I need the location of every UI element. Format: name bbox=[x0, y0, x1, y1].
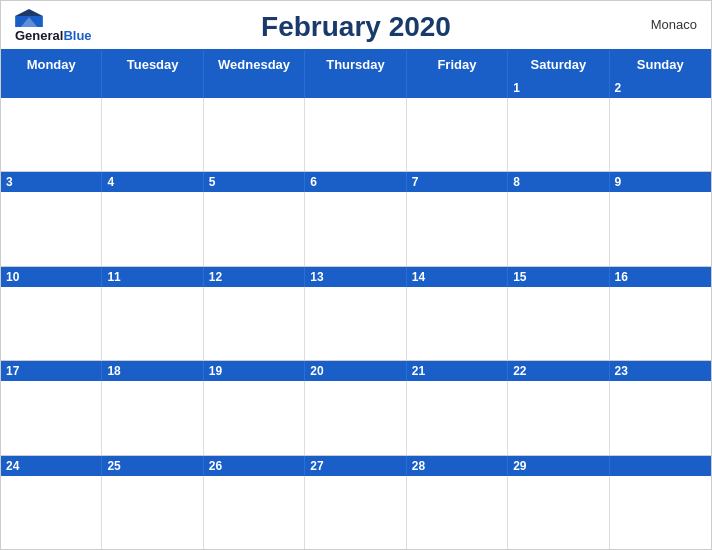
week-3-body bbox=[1, 287, 711, 360]
calendar-header: General Blue February 2020 Monaco bbox=[1, 1, 711, 49]
w3d1-body bbox=[1, 287, 102, 360]
w2d7-body bbox=[610, 192, 711, 265]
w4d3-num: 19 bbox=[204, 361, 305, 381]
header-wednesday: Wednesday bbox=[204, 51, 305, 78]
header-saturday: Saturday bbox=[508, 51, 609, 78]
header-sunday: Sunday bbox=[610, 51, 711, 78]
week-row-2: 3 4 5 6 7 8 9 bbox=[1, 172, 711, 266]
w1d7-num: 2 bbox=[610, 78, 711, 98]
w2d2-num: 4 bbox=[102, 172, 203, 192]
week-5-body bbox=[1, 476, 711, 549]
w1d3-body bbox=[204, 98, 305, 171]
w3d1-num: 10 bbox=[1, 267, 102, 287]
w4d4-num: 20 bbox=[305, 361, 406, 381]
w3d2-body bbox=[102, 287, 203, 360]
w2d7-num: 9 bbox=[610, 172, 711, 192]
week-4-nums: 17 18 19 20 21 22 23 bbox=[1, 361, 711, 381]
week-row-1: 1 2 bbox=[1, 78, 711, 172]
week-row-3: 10 11 12 13 14 15 16 bbox=[1, 267, 711, 361]
w4d2-body bbox=[102, 381, 203, 454]
w4d1-num: 17 bbox=[1, 361, 102, 381]
country-label: Monaco bbox=[651, 17, 697, 32]
w3d6-num: 15 bbox=[508, 267, 609, 287]
w5d6-num: 29 bbox=[508, 456, 609, 476]
w1d7-body bbox=[610, 98, 711, 171]
week-3-nums: 10 11 12 13 14 15 16 bbox=[1, 267, 711, 287]
header-monday: Monday bbox=[1, 51, 102, 78]
w5d7-num bbox=[610, 456, 711, 476]
svg-marker-1 bbox=[15, 9, 43, 16]
calendar-title: February 2020 bbox=[261, 11, 451, 43]
w4d7-body bbox=[610, 381, 711, 454]
w3d4-body bbox=[305, 287, 406, 360]
w2d3-num: 5 bbox=[204, 172, 305, 192]
header-friday: Friday bbox=[407, 51, 508, 78]
w2d2-body bbox=[102, 192, 203, 265]
w5d1-body bbox=[1, 476, 102, 549]
w5d2-body bbox=[102, 476, 203, 549]
calendar-wrapper: General Blue February 2020 Monaco Monday… bbox=[0, 0, 712, 550]
week-5-nums: 24 25 26 27 28 29 bbox=[1, 456, 711, 476]
w2d1-body bbox=[1, 192, 102, 265]
weeks-container: 1 2 3 4 5 6 bbox=[1, 78, 711, 549]
week-4-body bbox=[1, 381, 711, 454]
w4d4-body bbox=[305, 381, 406, 454]
w3d5-num: 14 bbox=[407, 267, 508, 287]
header-thursday: Thursday bbox=[305, 51, 406, 78]
logo-general-text: General bbox=[15, 29, 63, 42]
logo-area: General Blue bbox=[15, 9, 92, 42]
w1d6-body bbox=[508, 98, 609, 171]
w2d6-body bbox=[508, 192, 609, 265]
w3d4-num: 13 bbox=[305, 267, 406, 287]
w5d5-num: 28 bbox=[407, 456, 508, 476]
w2d5-body bbox=[407, 192, 508, 265]
w1d1-num bbox=[1, 78, 102, 98]
w1d4-num bbox=[305, 78, 406, 98]
week-1-body bbox=[1, 98, 711, 171]
w3d7-body bbox=[610, 287, 711, 360]
w3d3-num: 12 bbox=[204, 267, 305, 287]
week-2-nums: 3 4 5 6 7 8 9 bbox=[1, 172, 711, 192]
w2d5-num: 7 bbox=[407, 172, 508, 192]
w3d3-body bbox=[204, 287, 305, 360]
w4d6-num: 22 bbox=[508, 361, 609, 381]
w4d5-body bbox=[407, 381, 508, 454]
w3d2-num: 11 bbox=[102, 267, 203, 287]
w1d5-num bbox=[407, 78, 508, 98]
w5d2-num: 25 bbox=[102, 456, 203, 476]
w5d5-body bbox=[407, 476, 508, 549]
w3d5-body bbox=[407, 287, 508, 360]
w2d3-body bbox=[204, 192, 305, 265]
w5d6-body bbox=[508, 476, 609, 549]
w1d1-body bbox=[1, 98, 102, 171]
w4d2-num: 18 bbox=[102, 361, 203, 381]
w4d3-body bbox=[204, 381, 305, 454]
w5d3-num: 26 bbox=[204, 456, 305, 476]
w1d2-num bbox=[102, 78, 203, 98]
w5d4-body bbox=[305, 476, 406, 549]
w3d7-num: 16 bbox=[610, 267, 711, 287]
w5d7-body bbox=[610, 476, 711, 549]
header-tuesday: Tuesday bbox=[102, 51, 203, 78]
w2d6-num: 8 bbox=[508, 172, 609, 192]
calendar-grid: Monday Tuesday Wednesday Thursday Friday… bbox=[1, 49, 711, 549]
day-headers: Monday Tuesday Wednesday Thursday Friday… bbox=[1, 51, 711, 78]
w1d3-num bbox=[204, 78, 305, 98]
w4d7-num: 23 bbox=[610, 361, 711, 381]
w5d1-num: 24 bbox=[1, 456, 102, 476]
logo-blue-text: Blue bbox=[63, 29, 91, 42]
w1d6-num: 1 bbox=[508, 78, 609, 98]
w2d4-body bbox=[305, 192, 406, 265]
week-row-4: 17 18 19 20 21 22 23 bbox=[1, 361, 711, 455]
w4d6-body bbox=[508, 381, 609, 454]
w2d4-num: 6 bbox=[305, 172, 406, 192]
week-row-5: 24 25 26 27 28 29 bbox=[1, 456, 711, 549]
w4d5-num: 21 bbox=[407, 361, 508, 381]
w1d4-body bbox=[305, 98, 406, 171]
w1d2-body bbox=[102, 98, 203, 171]
w4d1-body bbox=[1, 381, 102, 454]
w5d3-body bbox=[204, 476, 305, 549]
week-1-nums: 1 2 bbox=[1, 78, 711, 98]
w5d4-num: 27 bbox=[305, 456, 406, 476]
logo-icon bbox=[15, 9, 43, 27]
